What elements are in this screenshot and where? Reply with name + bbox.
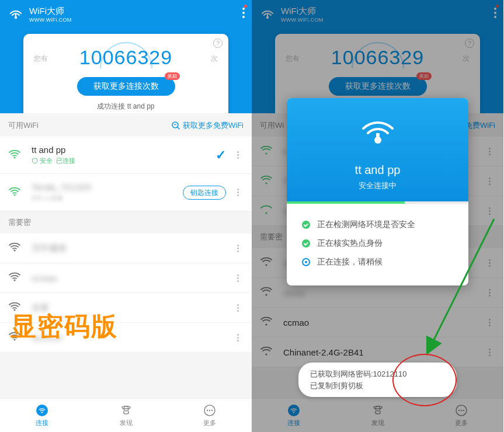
wifi-row[interactable]: Tenda_7D1329 829 人连接 钥匙连接 [0,174,252,211]
app-header: WiFi大师 WWW.WiFi.COM [0,0,252,28]
nav-discover[interactable]: 发现 [84,399,168,432]
need-password-section: 需要密 [0,211,252,234]
hero-subtitle: 成功连接 tt and pp [23,102,228,112]
wifi-status: 安全 已连接 [32,156,215,165]
row-menu-icon[interactable] [232,303,244,313]
get-more-label: 获取更多连接次数 [93,81,159,90]
wifi-list-area[interactable]: 可用WiFi 获取更多免费WiFi tt and pp 安全 已连接 ✓ [0,113,252,432]
wifi-row[interactable]: 五叶健侬 [0,234,252,263]
app-logo-icon [8,6,23,22]
svg-point-16 [211,410,213,411]
bottom-nav: 连接 发现 更多 [0,398,252,432]
wifi-row[interactable]: ccmao [0,263,252,293]
svg-point-14 [207,410,208,411]
row-menu-icon[interactable] [232,273,244,283]
watermark-text: 显密码版 [11,309,118,344]
svg-rect-35 [376,133,380,141]
svg-point-5 [13,249,15,251]
screenshot-right: WiFi大师 WWW.WiFi.COM ? 您有 10066329 次 获取更多… [252,0,503,432]
discover-icon [119,403,133,417]
wifi-icon [35,403,49,417]
modal-step-text: 正在核实热点身份 [317,238,383,249]
wifi-signal-icon [8,149,22,162]
svg-rect-1 [15,13,16,18]
svg-point-15 [209,410,210,411]
nav-connect[interactable]: 连接 [0,399,84,432]
shield-icon [32,158,38,164]
svg-point-3 [13,156,15,158]
row-menu-icon[interactable] [232,187,244,197]
svg-point-10 [41,412,43,413]
wifi-row[interactable]: tt and pp 安全 已连接 ✓ [0,137,252,174]
nav-label: 连接 [36,419,48,427]
available-label: 可用WiFi [8,120,39,131]
wifi-status: 829 人连接 [32,194,183,203]
get-more-free-link[interactable]: 获取更多免费WiFi [171,120,244,131]
wifi-name: 五叶健侬 [32,243,232,254]
key-connect-button[interactable]: 钥匙连接 [183,186,226,200]
toast-line1: 已获取到网络密码:10212110 [310,368,445,380]
row-menu-icon[interactable] [232,150,244,160]
available-section-header: 可用WiFi 获取更多免费WiFi [0,113,252,137]
modal-logo-icon [287,116,468,151]
modal-step-text: 正在检测网络环境是否安全 [317,220,415,230]
check-icon [302,239,310,248]
get-more-free-label: 获取更多免费WiFi [183,120,244,131]
notification-dot [244,5,247,8]
hero-card: ? 您有 10066329 次 获取更多连接次数 奖励 成功连接 tt and … [23,34,228,120]
wifi-name: tt and pp [32,145,215,155]
svg-point-12 [122,406,130,409]
get-more-button[interactable]: 获取更多连接次数 奖励 [77,77,175,96]
modal-status: 安全连接中 [287,180,468,191]
password-toast: 已获取到网络密码:10212110 已复制到剪切板 [298,363,457,397]
nav-more[interactable]: 更多 [168,399,252,432]
hero-prefix: 您有 [34,54,48,64]
svg-point-6 [13,279,15,281]
hero-counter: 10066329 [79,46,172,69]
nav-label: 发现 [120,419,133,427]
header-title-block: WiFi大师 WWW.WiFi.COM [29,6,72,23]
search-wifi-icon [171,121,180,130]
hero-area: ? 您有 10066329 次 获取更多连接次数 奖励 成功连接 tt and … [0,28,252,113]
connecting-modal: tt and pp 安全连接中 正在检测网络环境是否安全 正在核实热点身份 正在… [287,98,468,285]
toast-line2: 已复制到剪切板 [310,380,445,392]
wifi-lock-icon [8,271,22,284]
wifi-name: ccmao [32,273,232,283]
reward-badge: 奖励 [165,72,180,80]
modal-step-text: 正在连接，请稍候 [317,257,383,267]
wifi-name: Tenda_7D1329 [32,182,183,192]
hero-suffix: 次 [211,54,218,64]
modal-step: 正在连接，请稍候 [302,253,453,271]
row-menu-icon[interactable] [232,333,244,343]
modal-step: 正在检测网络环境是否安全 [302,215,453,234]
wifi-lock-icon [8,242,22,255]
wifi-signal-icon [8,186,22,199]
app-title: WiFi大师 [29,6,72,17]
spinner-icon [302,258,310,266]
modal-step: 正在核实热点身份 [302,234,453,253]
app-url: WWW.WiFi.COM [29,17,72,23]
more-icon [203,403,217,417]
connected-check-icon: ✓ [215,148,226,163]
modal-ssid: tt and pp [287,163,468,177]
check-icon [302,221,310,229]
screenshot-left: WiFi大师 WWW.WiFi.COM ? 您有 10066329 次 获取更多… [0,0,252,432]
menu-icon[interactable] [242,6,245,20]
svg-point-4 [13,194,15,196]
nav-label: 更多 [203,419,216,427]
row-menu-icon[interactable] [232,243,244,253]
